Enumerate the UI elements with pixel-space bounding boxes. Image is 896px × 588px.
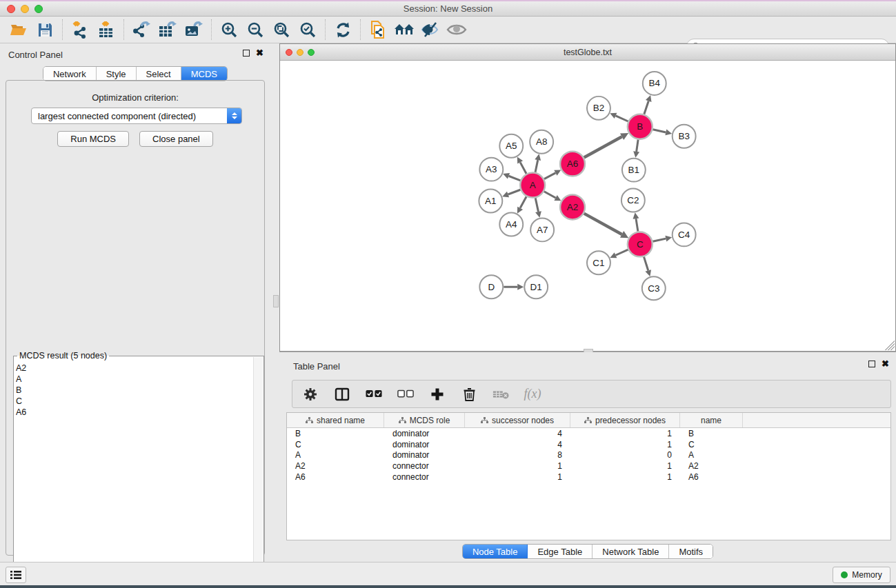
eye-slash-icon <box>421 22 440 37</box>
column-header-shared-name[interactable]: shared name <box>287 413 384 427</box>
import-table-button[interactable] <box>93 18 119 41</box>
table-cell: C <box>287 440 384 449</box>
export-network-button[interactable] <box>128 18 155 41</box>
table-row[interactable]: Bdominator41B <box>287 428 890 439</box>
delete-table-button[interactable] <box>492 386 509 403</box>
export-table-button[interactable] <box>155 18 181 41</box>
zoom-selected-icon <box>299 21 317 39</box>
delete-column-button[interactable] <box>461 386 477 403</box>
zoom-in-button[interactable] <box>216 18 242 41</box>
import-table-icon <box>97 21 115 39</box>
column-header-MCDS-role[interactable]: MCDS role <box>384 413 465 427</box>
close-table-panel-icon[interactable]: ✖ <box>882 361 889 367</box>
hide-panel-button[interactable] <box>417 18 444 41</box>
save-session-button[interactable] <box>32 18 58 41</box>
table-cell: A6 <box>680 472 743 482</box>
column-type-icon <box>306 417 313 424</box>
home-button[interactable] <box>391 18 417 41</box>
table-cell: 4 <box>465 429 570 438</box>
table-cell: 1 <box>570 429 680 438</box>
mcds-result-item[interactable]: A <box>16 374 252 385</box>
add-column-button[interactable] <box>429 386 446 403</box>
select-all-button[interactable] <box>366 386 382 403</box>
graph-node-label: B4 <box>649 78 661 88</box>
tab-node-table[interactable]: Node Table <box>463 545 528 558</box>
tab-network-table[interactable]: Network Table <box>593 545 669 558</box>
tab-network[interactable]: Network <box>43 67 97 81</box>
minimize-network-window-button[interactable] <box>297 49 303 56</box>
memory-label: Memory <box>852 570 882 580</box>
zoom-selected-button[interactable] <box>295 18 321 41</box>
table-cell: connector <box>384 472 465 482</box>
tab-select[interactable]: Select <box>137 67 181 81</box>
minimize-window-button[interactable] <box>21 5 29 13</box>
list-icon <box>10 570 21 580</box>
close-panel-button[interactable]: Close panel <box>139 131 213 147</box>
run-mcds-button[interactable]: Run MCDS <box>57 131 129 147</box>
graph-node-label: D <box>488 282 495 292</box>
network-view-window: testGlobe.txt B4B2BB3A5A8A6A3AB1A1C2A2A4… <box>279 43 896 352</box>
table-row[interactable]: A6connector11A6 <box>287 472 890 483</box>
tab-edge-table[interactable]: Edge Table <box>528 545 593 558</box>
mcds-result-item[interactable]: A2 <box>16 363 252 374</box>
network-canvas[interactable]: B4B2BB3A5A8A6A3AB1A1C2A2A4A7C4CC1C3DD1 <box>280 61 895 351</box>
float-panel-icon[interactable] <box>243 50 250 57</box>
table-row[interactable]: Adominator80A <box>287 450 890 461</box>
show-panel-button[interactable] <box>444 18 470 41</box>
table-cell: A6 <box>287 472 384 482</box>
mcds-result-item[interactable]: C <box>16 396 252 407</box>
graph-node-label: B <box>637 121 643 132</box>
column-header-successor-nodes[interactable]: successor nodes <box>465 413 570 427</box>
maximize-window-button[interactable] <box>34 5 43 13</box>
refresh-button[interactable] <box>330 18 356 41</box>
duplicate-network-button[interactable] <box>365 18 391 41</box>
resize-grip-icon[interactable] <box>885 341 895 350</box>
network-window-titlebar[interactable]: testGlobe.txt <box>280 44 895 61</box>
column-header-label: predecessor nodes <box>595 416 666 425</box>
table-cell: A2 <box>680 461 743 471</box>
close-window-button[interactable] <box>7 5 15 13</box>
tab-motifs[interactable]: Motifs <box>669 545 713 558</box>
zoom-out-button[interactable] <box>242 18 268 41</box>
table-cell: dominator <box>384 440 465 449</box>
network-window-controls <box>286 49 315 56</box>
delete-table-icon <box>492 389 509 400</box>
column-header-predecessor-nodes[interactable]: predecessor nodes <box>570 413 680 427</box>
maximize-network-window-button[interactable] <box>308 49 315 56</box>
column-header-name[interactable]: name <box>680 413 743 427</box>
mcds-result-item[interactable]: B <box>16 385 252 396</box>
show-column-button[interactable] <box>334 386 350 403</box>
close-panel-icon[interactable]: ✖ <box>256 50 263 57</box>
tab-style[interactable]: Style <box>97 67 137 81</box>
export-image-button[interactable] <box>181 18 207 41</box>
open-file-button[interactable] <box>6 18 32 41</box>
float-table-panel-icon[interactable] <box>868 361 875 367</box>
import-network-button[interactable] <box>67 18 93 41</box>
function-builder-button[interactable]: f(x) <box>524 386 541 403</box>
column-type-icon <box>399 417 406 424</box>
dropdown-stepper-icon <box>227 108 241 123</box>
optimization-criterion-dropdown[interactable]: largest connected component (directed) <box>31 108 242 124</box>
zoom-out-icon <box>247 21 264 39</box>
mcds-result-scrollbar[interactable] <box>253 357 263 588</box>
memory-button[interactable]: Memory <box>833 567 890 583</box>
mcds-result-list: A2ABCA6 <box>16 363 252 588</box>
mcds-result-item[interactable]: A6 <box>16 407 252 418</box>
close-network-window-button[interactable] <box>286 49 292 56</box>
table-row[interactable]: Cdominator41C <box>287 439 890 450</box>
memory-status-icon <box>841 571 848 578</box>
tab-mcds[interactable]: MCDS <box>181 67 227 81</box>
zoom-fit-button[interactable] <box>268 18 295 41</box>
table-settings-button[interactable] <box>302 386 319 403</box>
column-header-label: shared name <box>317 416 365 425</box>
table-row[interactable]: A2connector11A2 <box>287 460 890 472</box>
columns-icon <box>335 387 350 401</box>
deselect-all-button[interactable] <box>397 386 414 403</box>
task-history-button[interactable] <box>6 567 26 583</box>
vertical-splitter-handle[interactable] <box>273 295 279 307</box>
graph-node-label: A4 <box>506 219 517 230</box>
graph-node-label: A6 <box>567 159 578 169</box>
table-cell: dominator <box>384 450 465 460</box>
table-cell: C <box>680 440 743 449</box>
graph-svg: B4B2BB3A5A8A6A3AB1A1C2A2A4A7C4CC1C3DD1 <box>280 61 895 351</box>
